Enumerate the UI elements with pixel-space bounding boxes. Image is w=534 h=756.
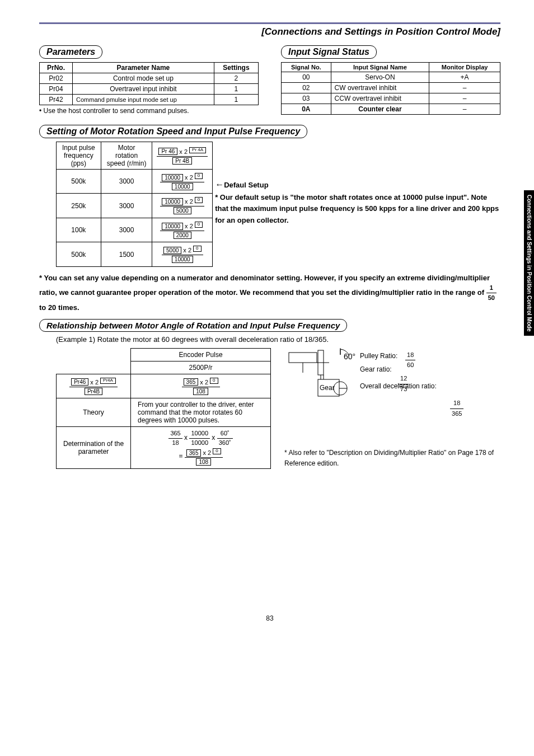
param-col-prno: PrNo. bbox=[40, 63, 73, 73]
text: 0 bbox=[195, 222, 203, 228]
cell: Determination of the parameter bbox=[57, 427, 131, 469]
cell: CCW overtravel inhibit bbox=[331, 93, 429, 104]
cell: 1500 bbox=[101, 242, 152, 266]
param-col-name: Parameter Name bbox=[73, 63, 214, 73]
cell: – bbox=[429, 93, 500, 104]
text: Pr 4A bbox=[189, 147, 206, 153]
relationship-heading: Relationship between Motor Angle of Rota… bbox=[39, 319, 347, 332]
input-signal-heading: Input Signal Status bbox=[281, 45, 377, 59]
text: 1 bbox=[486, 283, 496, 293]
cell: Command pmulse input mode set up bbox=[73, 95, 214, 105]
text: 18 bbox=[168, 439, 182, 447]
text: 365 bbox=[184, 378, 199, 386]
text: frequency bbox=[64, 152, 93, 159]
cell: 3000 bbox=[101, 194, 152, 218]
relationship-table: Encoder Pulse 2500P/r Pr46 x 2 Pr4APr4B … bbox=[56, 348, 271, 469]
cell: 1 bbox=[214, 95, 258, 105]
text: 10000 bbox=[172, 183, 193, 190]
table-row: 500k 1500 5000 x 2 010000 bbox=[57, 242, 213, 266]
text: 18 bbox=[450, 398, 463, 409]
text: Motor bbox=[118, 144, 135, 152]
cell: 02 bbox=[282, 83, 331, 93]
table-row: 0A Counter clear – bbox=[282, 104, 500, 115]
text: Input pulse bbox=[62, 144, 95, 152]
parameters-heading: Parameters bbox=[39, 45, 102, 59]
cell: 10000 x 2 05000 bbox=[152, 194, 213, 218]
cell: 10000 x 2 02000 bbox=[152, 218, 213, 242]
relationship-example: (Example 1) Rotate the motor at 60 degre… bbox=[56, 335, 500, 344]
cell: Pr 46 x 2 Pr 4A Pr 4B bbox=[152, 142, 213, 170]
sig-col-name: Input Signal Name bbox=[331, 63, 429, 72]
text: 0 bbox=[193, 246, 201, 252]
text: 10000 bbox=[162, 174, 183, 181]
text: 5000 bbox=[163, 247, 181, 254]
text: 0 bbox=[210, 378, 218, 384]
text: x bbox=[184, 434, 189, 442]
table-row: 02 CW overtravel inhibit – bbox=[282, 83, 500, 93]
table-row: Pr02 Control mode set up 2 bbox=[40, 73, 259, 84]
cell: Encoder Pulse bbox=[131, 348, 271, 361]
text: 50 bbox=[486, 293, 496, 303]
text: Defaul Setup bbox=[224, 181, 268, 189]
cell: 5000 x 2 010000 bbox=[152, 242, 213, 266]
rotation-speed-heading: Setting of Motor Rotation Speed and Inpu… bbox=[39, 125, 307, 138]
text: rotation bbox=[115, 152, 138, 159]
table-row: 00 Servo-ON +A bbox=[282, 72, 500, 83]
text: 108 bbox=[193, 388, 208, 395]
text: 0 bbox=[195, 197, 203, 203]
cell: Pr46 x 2 Pr4APr4B bbox=[57, 374, 131, 398]
cell: 100k bbox=[57, 218, 101, 242]
cell: – bbox=[429, 104, 500, 115]
text: 60˚ bbox=[217, 429, 233, 438]
cell: 500k bbox=[57, 170, 101, 194]
text: 60 bbox=[405, 360, 415, 370]
cell: +A bbox=[429, 72, 500, 83]
text: 0 bbox=[195, 173, 203, 179]
table-row: 500k 3000 10000 x 2 010000 bbox=[57, 170, 213, 194]
text: 365 bbox=[186, 449, 202, 457]
cell: 2 bbox=[214, 73, 258, 84]
text: 10000 bbox=[162, 198, 183, 205]
text: 10000 bbox=[162, 223, 183, 230]
parameters-table: PrNo. Parameter Name Settings Pr02 Contr… bbox=[39, 62, 259, 105]
cell: Pr42 bbox=[40, 95, 73, 105]
table-row: Pr04 Overtravel input inhibit 1 bbox=[40, 84, 259, 95]
cell: Pr04 bbox=[40, 84, 73, 95]
cell: CW overtravel inhibit bbox=[331, 83, 429, 93]
gear-label: Gear bbox=[320, 384, 335, 392]
text: 10000 bbox=[189, 429, 210, 438]
horizontal-rule bbox=[39, 22, 500, 24]
cell: Overtravel input inhibit bbox=[73, 84, 214, 95]
text: 108 bbox=[196, 458, 211, 466]
table-row: Pr42 Command pmulse input mode set up 1 bbox=[40, 95, 259, 105]
cell: 3000 bbox=[101, 170, 152, 194]
text: 10000 bbox=[172, 256, 193, 263]
table-row: 250k 3000 10000 x 2 05000 bbox=[57, 194, 213, 218]
cell: Motor rotation speed (r/min) bbox=[101, 142, 152, 170]
cell: 03 bbox=[282, 93, 331, 104]
input-signal-table: Signal No. Input Signal Name Monitor Dis… bbox=[281, 62, 500, 115]
text: x 2 bbox=[201, 449, 213, 456]
page-header-title: [Connections and Settings in Position Co… bbox=[39, 26, 500, 37]
text: 5000 bbox=[174, 207, 191, 214]
cell: Counter clear bbox=[331, 104, 429, 115]
text: 360˚ bbox=[217, 439, 233, 447]
text: x 2 bbox=[177, 148, 189, 154]
text: 2000 bbox=[174, 232, 191, 239]
sig-col-disp: Monitor Display bbox=[429, 63, 500, 72]
default-setup-note: ←Defaul Setup * Our default setup is "th… bbox=[215, 177, 500, 227]
text: parameter bbox=[78, 448, 109, 456]
sig-col-no: Signal No. bbox=[282, 63, 331, 72]
cell: Control mode set up bbox=[73, 73, 214, 84]
text: Pr4A bbox=[100, 378, 116, 384]
cell: Theory bbox=[57, 398, 131, 427]
text: 365 bbox=[450, 409, 463, 419]
cell: 1 bbox=[214, 84, 258, 95]
cell: 36518 x 1000010000 x 60˚360˚ = 365 x 2 0… bbox=[131, 427, 271, 469]
text: x bbox=[212, 434, 217, 442]
cell: Servo-ON bbox=[331, 72, 429, 83]
cell: Pr02 bbox=[40, 73, 73, 84]
text: Pr 46 bbox=[158, 148, 177, 155]
note-star: * You can set any value depending on a n… bbox=[39, 273, 500, 313]
text: to 20 times. bbox=[39, 303, 79, 312]
